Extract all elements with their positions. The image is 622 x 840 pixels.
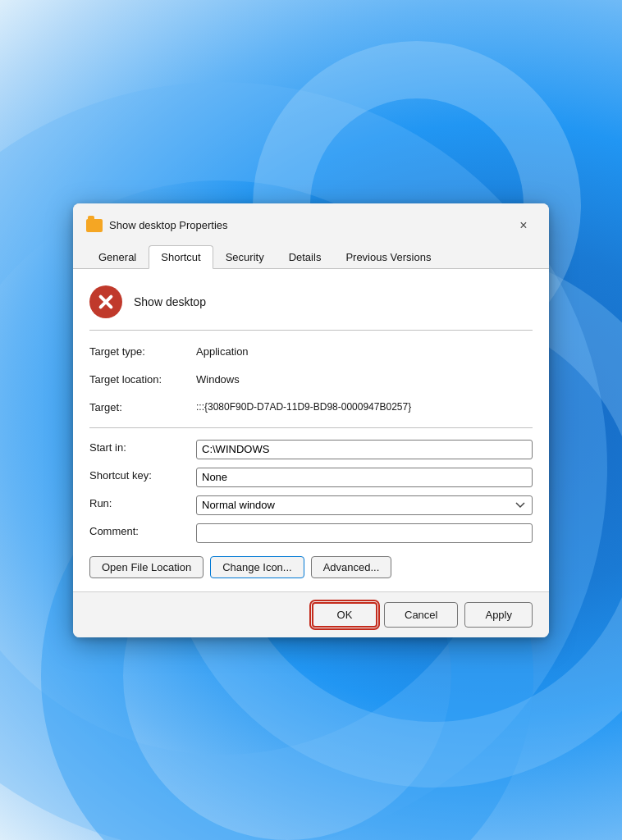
run-label: Run: xyxy=(89,495,196,509)
run-row: Run: Normal window Minimized Maximized xyxy=(89,495,533,515)
dialog-overlay: Show desktop Properties × General Shortc… xyxy=(0,0,622,840)
apply-button[interactable]: Apply xyxy=(464,602,533,628)
comment-row: Comment: xyxy=(89,523,533,543)
tab-previous-versions[interactable]: Previous Versions xyxy=(333,245,443,269)
target-row: Target: :::{3080F90D-D7AD-11D9-BD98-0000… xyxy=(89,399,533,419)
tab-shortcut[interactable]: Shortcut xyxy=(149,245,213,269)
tab-security[interactable]: Security xyxy=(213,245,277,269)
advanced-button[interactable]: Advanced... xyxy=(311,556,392,578)
target-label: Target: xyxy=(89,399,196,413)
file-header: Show desktop xyxy=(89,285,533,331)
start-in-label: Start in: xyxy=(89,440,196,454)
change-icon-button[interactable]: Change Icon... xyxy=(210,556,304,578)
target-value: :::{3080F90D-D7AD-11D9-BD98-0000947B0257… xyxy=(196,399,533,413)
dialog-content: Show desktop Target type: Application Ta… xyxy=(73,268,549,591)
title-bar-left: Show desktop Properties xyxy=(86,217,228,234)
title-bar: Show desktop Properties × xyxy=(73,203,549,238)
tab-details[interactable]: Details xyxy=(277,245,334,269)
file-name: Show desktop xyxy=(134,295,206,308)
run-select[interactable]: Normal window Minimized Maximized xyxy=(196,495,533,515)
static-properties: Target type: Application Target location… xyxy=(89,344,533,419)
comment-label: Comment: xyxy=(89,523,196,537)
target-location-row: Target location: Windows xyxy=(89,372,533,391)
open-file-location-button[interactable]: Open File Location xyxy=(89,556,204,578)
action-buttons: Open File Location Change Icon... Advanc… xyxy=(89,556,533,578)
tab-general[interactable]: General xyxy=(86,245,149,269)
shortcut-key-input[interactable] xyxy=(196,468,533,487)
target-location-value: Windows xyxy=(196,372,533,386)
target-type-value: Application xyxy=(196,344,533,358)
dialog-icon xyxy=(86,217,103,234)
shortcut-key-row: Shortcut key: xyxy=(89,468,533,487)
target-location-label: Target location: xyxy=(89,372,196,386)
target-type-row: Target type: Application xyxy=(89,344,533,363)
file-icon xyxy=(89,285,122,318)
tab-bar: General Shortcut Security Details Previo… xyxy=(73,238,549,268)
properties-dialog: Show desktop Properties × General Shortc… xyxy=(73,203,549,637)
start-in-input[interactable] xyxy=(196,440,533,459)
dialog-footer: OK Cancel Apply xyxy=(73,591,549,637)
target-type-label: Target type: xyxy=(89,344,196,358)
comment-input[interactable] xyxy=(196,523,533,543)
shortcut-key-label: Shortcut key: xyxy=(89,468,196,482)
cancel-button[interactable]: Cancel xyxy=(384,602,458,628)
dialog-title: Show desktop Properties xyxy=(109,219,228,231)
start-in-row: Start in: xyxy=(89,440,533,459)
ok-button[interactable]: OK xyxy=(312,602,377,628)
folder-icon xyxy=(86,219,103,232)
editable-fields: Start in: Shortcut key: Run: Normal wind… xyxy=(89,440,533,543)
divider xyxy=(89,427,533,428)
close-button[interactable]: × xyxy=(511,213,536,238)
